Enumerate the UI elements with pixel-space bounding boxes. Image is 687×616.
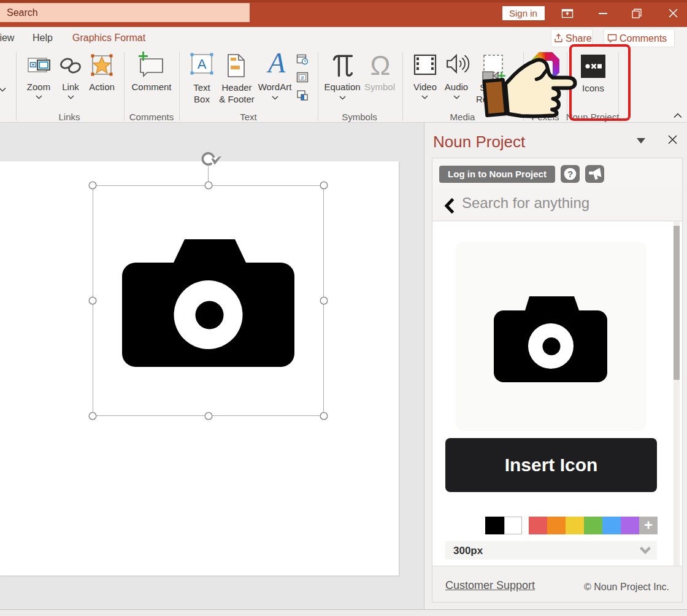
svg-text:A: A [198,56,207,72]
svg-text:#: # [301,75,304,81]
svg-text:A: A [266,50,286,76]
svg-text:?: ? [567,169,573,179]
svg-text:Ω: Ω [370,54,391,79]
